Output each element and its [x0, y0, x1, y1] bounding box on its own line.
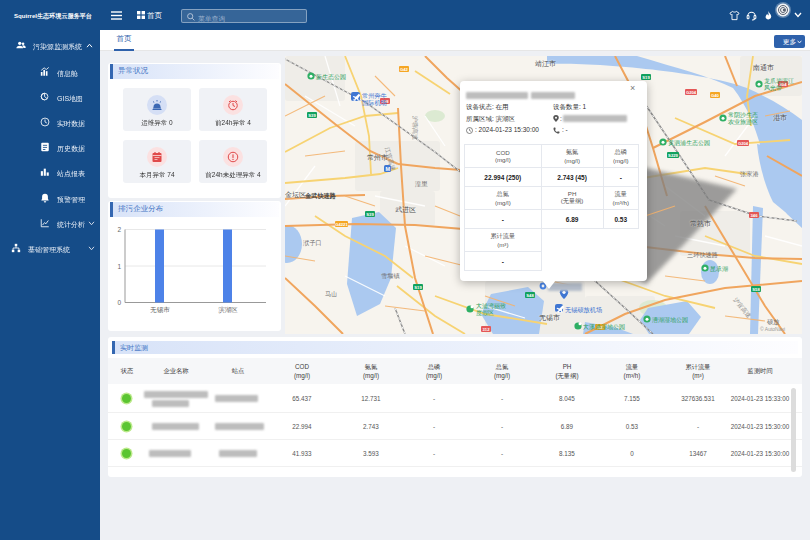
svg-text:S58: S58: [752, 287, 760, 292]
svg-text:张家港: 张家港: [740, 170, 759, 178]
svg-text:南通市: 南通市: [753, 63, 774, 71]
svg-text:滨湖区: 滨湖区: [218, 306, 238, 314]
svg-text:湟里: 湟里: [415, 180, 428, 188]
svg-text:沪蓉高速: 沪蓉高速: [412, 115, 419, 140]
svg-text:G40: G40: [711, 93, 720, 98]
svg-text:常州市: 常州市: [367, 153, 388, 161]
svg-text:G204: G204: [738, 141, 749, 146]
svg-text:漕湖湿地公园: 漕湖湿地公园: [652, 316, 688, 324]
svg-text:昆承湖: 昆承湖: [710, 266, 728, 273]
svg-text:新生态公园: 新生态公园: [316, 73, 346, 81]
svg-text:S39: S39: [308, 113, 316, 118]
svg-text:346: 346: [751, 213, 759, 218]
svg-text:G204: G204: [686, 90, 697, 95]
svg-text:武进区: 武进区: [395, 206, 416, 214]
svg-text:S39: S39: [366, 212, 374, 217]
svg-text:无锡市: 无锡市: [150, 306, 170, 314]
svg-text:农业旅游区: 农业旅游区: [728, 118, 758, 126]
svg-text:常阴沙生态: 常阴沙生态: [728, 111, 758, 119]
svg-text:S19: S19: [642, 75, 650, 80]
svg-text:洑子口: 洑子口: [303, 239, 322, 247]
svg-text:S19: S19: [414, 285, 422, 290]
svg-text:金坛区: 金坛区: [285, 191, 306, 198]
svg-text:硕放: 硕放: [767, 318, 780, 326]
svg-text:三环快速路: 三环快速路: [687, 251, 718, 259]
svg-text:金武快速路: 金武快速路: [305, 192, 337, 200]
svg-text:0: 0: [117, 299, 121, 306]
svg-text:常州奔牛: 常州奔牛: [362, 92, 388, 99]
svg-text:G4221: G4221: [335, 222, 348, 227]
svg-text:马山: 马山: [325, 290, 337, 297]
svg-text:312: 312: [483, 327, 491, 332]
svg-text:G42: G42: [400, 67, 409, 72]
svg-text:无锡市: 无锡市: [539, 313, 560, 322]
svg-text:度假区: 度假区: [476, 309, 494, 317]
svg-text:M: M: [386, 166, 391, 172]
svg-text:靖江市: 靖江市: [535, 59, 556, 68]
svg-text:风光带: 风光带: [764, 85, 782, 92]
svg-text:黄泗浦生态公园: 黄泗浦生态公园: [668, 139, 710, 147]
svg-text:雪堰镇: 雪堰镇: [381, 272, 400, 280]
svg-text:无锡硕放机场: 无锡硕放机场: [565, 306, 602, 314]
svg-text:常熟市: 常熟市: [690, 219, 711, 228]
svg-text:大浦湾丽致: 大浦湾丽致: [476, 302, 506, 310]
svg-text:国际机场: 国际机场: [362, 99, 387, 107]
svg-text:S48: S48: [526, 293, 534, 298]
svg-text:S229: S229: [668, 153, 678, 158]
svg-text:大溪港湿地公园: 大溪港湿地公园: [583, 323, 625, 331]
svg-text:1: 1: [117, 263, 121, 270]
svg-text:龙爪岩滨江: 龙爪岩滨江: [764, 77, 794, 85]
svg-text:© AutoNavi: © AutoNavi: [760, 326, 785, 332]
svg-text:2: 2: [117, 226, 121, 233]
